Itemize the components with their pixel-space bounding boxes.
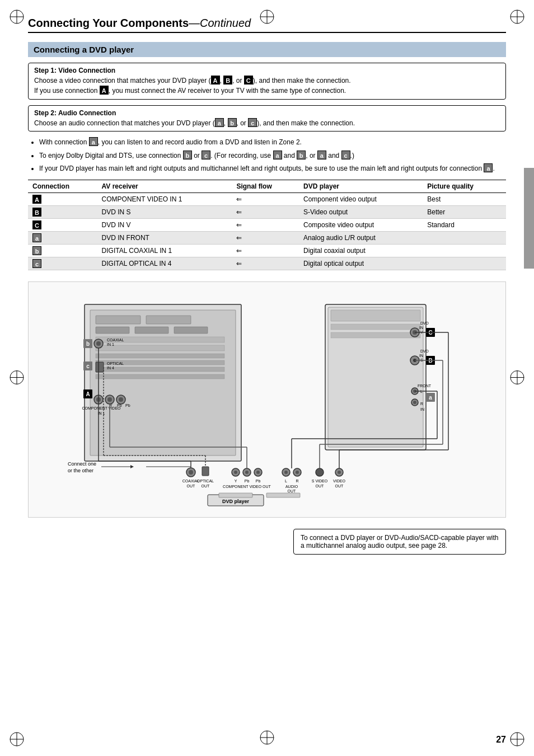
col-dvd-player: DVD player <box>299 180 423 192</box>
step1-text: Choose a video connection that matches y… <box>34 76 500 96</box>
corner-mark-ml <box>6 366 28 390</box>
badge-c: c <box>248 118 257 127</box>
svg-text:DVD: DVD <box>420 321 429 325</box>
svg-text:OPTICAL: OPTICAL <box>197 479 214 483</box>
svg-point-83 <box>413 401 416 404</box>
corner-mark-tr <box>506 6 528 28</box>
svg-rect-65 <box>331 332 420 338</box>
step2-label: Step 2: Audio Connection <box>34 109 500 117</box>
svg-rect-63 <box>331 310 420 321</box>
svg-point-102 <box>256 471 260 474</box>
svg-text:VIDEO: VIDEO <box>333 479 345 483</box>
corner-mark-tl <box>6 6 28 28</box>
svg-text:FRONT: FRONT <box>418 384 432 388</box>
svg-text:OUT: OUT <box>316 484 325 488</box>
side-tab <box>524 168 534 269</box>
bullet-1: With connection a, you can listen to and… <box>39 137 506 148</box>
svg-rect-28 <box>96 327 129 334</box>
svg-text:b: b <box>86 341 90 347</box>
svg-point-40 <box>107 397 112 402</box>
svg-text:OUT: OUT <box>335 484 344 488</box>
svg-text:IN: IN <box>419 326 423 330</box>
svg-point-110 <box>296 471 299 474</box>
note-box: To connect a DVD player or DVD-Audio/SAC… <box>293 529 506 555</box>
step1-label: Step 1: Video Connection <box>34 67 500 74</box>
corner-mark-bl <box>6 728 28 750</box>
svg-rect-123 <box>219 493 252 497</box>
svg-point-115 <box>316 468 324 476</box>
svg-text:Pb: Pb <box>245 479 250 483</box>
svg-rect-33 <box>96 354 224 358</box>
table-row: A COMPONENT VIDEO IN 1 ⇐ Component video… <box>28 192 506 205</box>
corner-mark-br <box>506 728 528 750</box>
bullet-2: To enjoy Dolby Digital and DTS, use conn… <box>39 151 506 161</box>
svg-point-91 <box>189 470 193 475</box>
col-connection: Connection <box>28 180 97 192</box>
page-number: 27 <box>496 735 506 745</box>
badge-b: b <box>228 118 237 127</box>
connection-diagram: A COMPONENT VIDEO IN 1 Y Pb Pb b COAXIAL… <box>34 288 504 511</box>
svg-rect-27 <box>146 316 191 324</box>
svg-text:or the other: or the other <box>68 468 93 473</box>
svg-text:OPTICAL: OPTICAL <box>107 361 124 365</box>
svg-text:DVD: DVD <box>420 349 429 353</box>
svg-point-119 <box>338 471 341 474</box>
step2-box: Step 2: Audio Connection Choose an audio… <box>28 105 506 132</box>
connection-table: Connection AV receiver Signal flow DVD p… <box>28 180 506 270</box>
svg-rect-56 <box>96 362 104 372</box>
corner-mark-bm <box>256 726 278 750</box>
svg-text:OUT: OUT <box>288 489 297 493</box>
svg-text:IN: IN <box>420 407 424 411</box>
svg-rect-124 <box>266 493 300 497</box>
table-row: c DIGITAL OPTICAL IN 4 ⇐ Digital optical… <box>28 257 506 270</box>
badge-a: a <box>215 118 224 127</box>
svg-text:OUT: OUT <box>187 484 196 488</box>
svg-rect-29 <box>135 327 168 334</box>
svg-text:A: A <box>86 391 90 397</box>
svg-point-108 <box>284 471 288 474</box>
corner-mark-mr <box>506 366 528 390</box>
table-row: b DIGITAL COAXIAL IN 1 ⇐ Digital coaxial… <box>28 244 506 257</box>
table-row: B DVD IN S ⇐ S-Video output Better <box>28 205 506 218</box>
step1-box: Step 1: Video Connection Choose a video … <box>28 63 506 100</box>
svg-text:R: R <box>420 402 423 406</box>
badge-C: C <box>244 76 253 84</box>
svg-text:S VIDEO: S VIDEO <box>312 479 328 483</box>
col-signal-flow: Signal flow <box>232 180 299 192</box>
svg-text:IN: IN <box>419 354 423 358</box>
col-picture-quality: Picture quality <box>423 180 506 192</box>
svg-text:Connect one: Connect one <box>68 461 96 467</box>
svg-rect-32 <box>96 345 224 351</box>
col-av-receiver: AV receiver <box>97 180 232 192</box>
table-row: C DVD IN V ⇐ Composite video output Stan… <box>28 218 506 231</box>
bullet-3: If your DVD player has main left and rig… <box>39 163 506 174</box>
svg-text:a: a <box>429 395 432 401</box>
svg-text:COMPONENT VIDEO: COMPONENT VIDEO <box>82 406 121 410</box>
svg-text:COAXIAL: COAXIAL <box>107 338 124 342</box>
svg-rect-94 <box>202 467 209 476</box>
svg-text:COMPONENT VIDEO OUT: COMPONENT VIDEO OUT <box>223 485 271 489</box>
section-title: Connecting a DVD player <box>28 42 506 57</box>
table-row: a DVD IN FRONT ⇐ Analog audio L/R output <box>28 231 506 244</box>
svg-text:DVD player: DVD player <box>222 499 250 504</box>
badge-A: A <box>211 76 220 84</box>
svg-rect-64 <box>331 324 420 330</box>
svg-text:R: R <box>296 479 298 483</box>
svg-rect-35 <box>96 367 224 372</box>
svg-point-51 <box>96 341 101 346</box>
bullet-list: With connection a, you can listen to and… <box>39 137 506 174</box>
svg-text:IN 1: IN 1 <box>107 342 114 346</box>
corner-mark-tm <box>256 6 278 30</box>
svg-point-98 <box>234 471 237 474</box>
svg-rect-36 <box>96 374 224 379</box>
svg-point-42 <box>119 397 123 402</box>
svg-text:IN 4: IN 4 <box>107 366 114 370</box>
svg-text:Pb: Pb <box>256 479 261 483</box>
svg-text:OUT: OUT <box>202 484 210 488</box>
svg-text:Y: Y <box>235 479 237 483</box>
badge-A2: A <box>100 86 109 95</box>
svg-text:AUDIO: AUDIO <box>285 485 298 489</box>
svg-text:L: L <box>285 479 287 483</box>
svg-rect-26 <box>96 316 140 324</box>
svg-rect-30 <box>174 327 208 334</box>
